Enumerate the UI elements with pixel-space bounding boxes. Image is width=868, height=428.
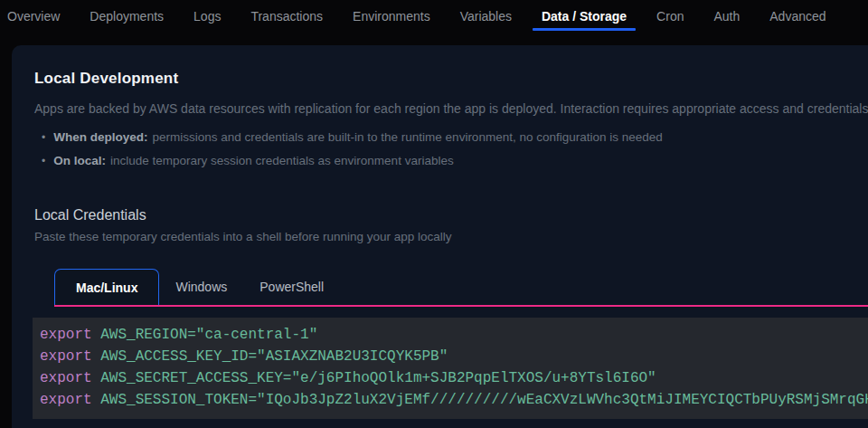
code-keyword: export	[40, 327, 100, 343]
info-bullet-list: • When deployed: permissions and credent…	[34, 126, 868, 173]
code-text: AWS_SECRET_ACCESS_KEY="e/j6PIhoQOlk1m+SJ…	[100, 370, 656, 386]
tab-powershell[interactable]: PowerShell	[243, 269, 340, 305]
nav-item-logs[interactable]: Logs	[186, 0, 228, 32]
bullet-dot: •	[42, 149, 45, 173]
nav-item-deployments[interactable]: Deployments	[82, 0, 171, 32]
list-item: • On local: include temporary session cr…	[34, 149, 868, 173]
nav-item-auth[interactable]: Auth	[706, 0, 747, 32]
nav-item-cron[interactable]: Cron	[649, 0, 691, 32]
code-line: export AWS_SECRET_ACCESS_KEY="e/j6PIhoQO…	[40, 367, 868, 389]
nav-item-data-storage[interactable]: Data / Storage	[534, 0, 634, 32]
code-text: AWS_ACCESS_KEY_ID="ASIAXZNAB2U3ICQYK5PB"	[100, 348, 448, 365]
list-item: • When deployed: permissions and credent…	[34, 126, 868, 149]
top-navigation: Overview Deployments Logs Transactions E…	[0, 0, 868, 32]
nav-item-environments[interactable]: Environments	[345, 0, 438, 32]
bullet-label: When deployed:	[53, 126, 147, 149]
bullet-text: permissions and credentials are built-in…	[152, 126, 662, 149]
code-text: AWS_SESSION_TOKEN="IQoJb3JpZ2luX2VjEMf//…	[100, 392, 868, 408]
credentials-code-block: export AWS_REGION="ca-central-1" export …	[33, 318, 868, 419]
code-keyword: export	[40, 392, 100, 408]
code-line: export AWS_ACCESS_KEY_ID="ASIAXZNAB2U3IC…	[40, 346, 868, 367]
bullet-label: On local:	[53, 149, 106, 173]
nav-item-advanced[interactable]: Advanced	[762, 0, 833, 32]
panel-description: Apps are backed by AWS data resources wi…	[34, 101, 868, 116]
local-development-panel: Local Development Apps are backed by AWS…	[12, 45, 868, 428]
local-credentials-subtitle: Paste these temporary credentials into a…	[34, 230, 868, 243]
code-keyword: export	[40, 370, 100, 386]
nav-item-variables[interactable]: Variables	[453, 0, 519, 32]
code-text: AWS_REGION="ca-central-1"	[100, 327, 317, 343]
nav-item-transactions[interactable]: Transactions	[243, 0, 330, 32]
tab-windows[interactable]: Windows	[159, 269, 243, 305]
bullet-dot: •	[42, 126, 45, 149]
nav-item-overview[interactable]: Overview	[0, 0, 67, 32]
local-credentials-title: Local Credentials	[34, 207, 868, 224]
shell-tabs: Mac/Linux Windows PowerShell	[54, 269, 868, 307]
code-keyword: export	[40, 348, 100, 365]
tab-mac-linux[interactable]: Mac/Linux	[54, 269, 159, 305]
code-line: export AWS_SESSION_TOKEN="IQoJb3JpZ2luX2…	[40, 389, 868, 411]
page-title: Local Development	[34, 70, 868, 88]
bullet-text: include temporary session credentials as…	[110, 149, 454, 173]
code-line: export AWS_REGION="ca-central-1"	[40, 324, 868, 346]
